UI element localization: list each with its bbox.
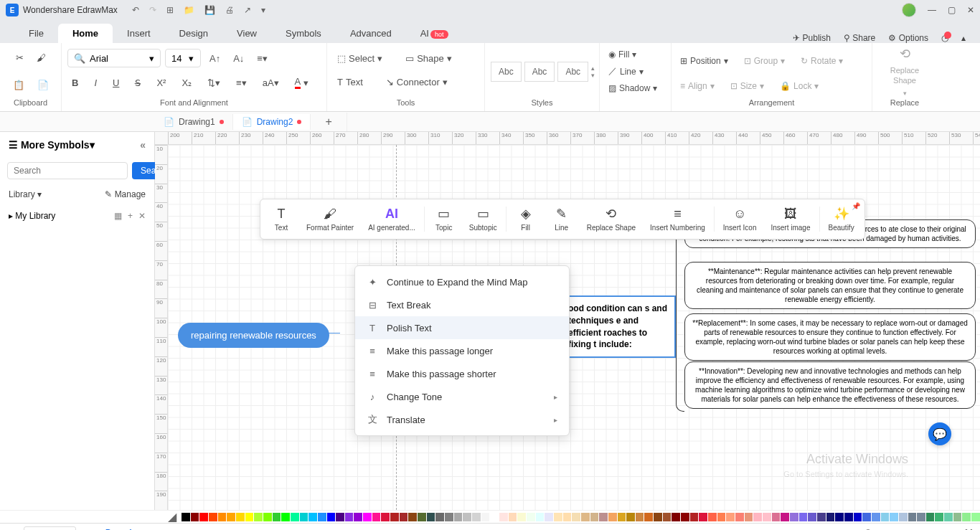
color-swatch[interactable] xyxy=(218,513,227,521)
lock-button[interactable]: 🔒 Lock▾ xyxy=(777,80,821,93)
color-swatch[interactable] xyxy=(545,513,553,521)
my-library-item[interactable]: ▸ My Library xyxy=(9,211,55,221)
color-swatch[interactable] xyxy=(590,513,599,521)
color-swatch[interactable] xyxy=(300,513,308,521)
mindmap-subtopic-box[interactable]: ood condition can s and techniques e and… xyxy=(561,295,676,358)
color-swatch[interactable] xyxy=(308,513,317,521)
color-swatch[interactable] xyxy=(554,513,562,521)
color-swatch[interactable] xyxy=(872,513,880,521)
minimize-icon[interactable]: — xyxy=(928,5,936,15)
linespacing-icon[interactable]: ⇅▾ xyxy=(203,75,225,91)
ft-text[interactable]: TText xyxy=(263,204,299,235)
color-swatch[interactable] xyxy=(644,513,653,521)
tab-ai[interactable]: AIhot xyxy=(406,24,463,43)
color-swatch[interactable] xyxy=(862,513,871,521)
notification-icon[interactable]: ◔ xyxy=(941,33,948,43)
line-button[interactable]: ／ Line▾ xyxy=(606,64,660,79)
increase-font-icon[interactable]: A↑ xyxy=(205,50,225,67)
cm-expand-mindmap[interactable]: ✦Continue to Expand the Mind Map xyxy=(355,270,569,293)
replace-shape-icon[interactable]: ⟲ xyxy=(900,46,910,62)
color-swatch[interactable] xyxy=(935,513,943,521)
color-swatch[interactable] xyxy=(881,513,890,521)
ft-format-painter[interactable]: 🖌Format Painter xyxy=(299,204,361,235)
mylib-close-icon[interactable]: ✕ xyxy=(138,211,146,221)
user-avatar[interactable] xyxy=(902,3,916,17)
open-icon[interactable]: 📁 xyxy=(184,5,194,15)
color-swatch[interactable] xyxy=(199,513,208,521)
color-swatch[interactable] xyxy=(890,513,898,521)
ft-insert-image[interactable]: 🖼Insert image xyxy=(763,204,817,235)
color-swatch[interactable] xyxy=(608,513,617,521)
color-swatch[interactable] xyxy=(790,513,798,521)
mylib-grid-icon[interactable]: ▦ xyxy=(114,211,122,221)
color-swatch[interactable] xyxy=(472,513,481,521)
cm-change-tone[interactable]: ♪Change Tone▸ xyxy=(355,385,569,408)
underline-icon[interactable]: U xyxy=(108,75,123,91)
cm-make-shorter[interactable]: ≡Make this passage shorter xyxy=(355,362,569,385)
color-swatch[interactable] xyxy=(381,513,390,521)
color-swatch[interactable] xyxy=(490,513,499,521)
cut-icon[interactable]: ✂ xyxy=(11,49,28,66)
color-swatch[interactable] xyxy=(390,513,399,521)
color-swatch[interactable] xyxy=(599,513,608,521)
styles-down-icon[interactable]: ▾ xyxy=(591,72,595,79)
tab-design[interactable]: Design xyxy=(165,24,222,43)
color-swatch[interactable] xyxy=(291,513,299,521)
font-size-select[interactable]: 14▾ xyxy=(165,49,201,67)
position-button[interactable]: ⊞ Position▾ xyxy=(677,55,731,67)
subscript-icon[interactable]: X₂ xyxy=(177,75,196,91)
align-icon[interactable]: ≡▾ xyxy=(253,50,272,67)
color-swatch[interactable] xyxy=(581,513,590,521)
tab-home[interactable]: Home xyxy=(58,24,113,43)
page-tab-1[interactable]: Page-1 xyxy=(98,528,141,531)
color-swatch[interactable] xyxy=(626,513,635,521)
color-swatch[interactable] xyxy=(445,513,453,521)
color-swatch[interactable] xyxy=(808,513,816,521)
color-swatch[interactable] xyxy=(408,513,417,521)
ft-insert-icon[interactable]: ☺Insert Icon xyxy=(716,204,764,235)
color-swatch[interactable] xyxy=(854,513,862,521)
tab-file[interactable]: File xyxy=(14,24,58,43)
color-swatch[interactable] xyxy=(726,513,735,521)
style-preset-2[interactable]: Abc xyxy=(524,62,555,82)
color-swatch[interactable] xyxy=(844,513,853,521)
color-swatch[interactable] xyxy=(336,513,344,521)
select-tool[interactable]: ⬚ Select▾ xyxy=(333,50,387,67)
undo-icon[interactable]: ↶ xyxy=(132,5,139,15)
close-icon[interactable]: ✕ xyxy=(967,5,974,15)
size-button[interactable]: ⊡ Size▾ xyxy=(727,80,767,93)
decrease-font-icon[interactable]: A↓ xyxy=(229,50,248,67)
color-swatch[interactable] xyxy=(753,513,762,521)
ft-ai-generated[interactable]: AIAI generated... xyxy=(361,204,423,235)
color-swatch[interactable] xyxy=(962,513,971,521)
color-swatch[interactable] xyxy=(400,513,408,521)
collapse-ribbon-icon[interactable]: ▴ xyxy=(961,33,966,43)
detail-box-4[interactable]: **Innovation**: Developing new and innov… xyxy=(684,361,976,409)
canvas[interactable]: repairing renewable resources ood condit… xyxy=(168,145,980,510)
symbol-search-input[interactable] xyxy=(7,162,128,179)
tab-insert[interactable]: Insert xyxy=(113,24,165,43)
color-swatch[interactable] xyxy=(435,513,444,521)
library-dropdown[interactable]: Library ▾ xyxy=(9,189,42,199)
ft-subtopic[interactable]: ▭Subtopic xyxy=(462,204,504,235)
color-swatch[interactable] xyxy=(572,513,580,521)
collapse-sidebar-icon[interactable]: « xyxy=(140,139,146,151)
doctab-add[interactable]: + xyxy=(311,113,347,131)
mindmap-root-node[interactable]: repairing renewable resources xyxy=(178,323,329,348)
ft-fill[interactable]: ◈Fill xyxy=(508,204,544,235)
font-family-select[interactable]: 🔍 Arial▾ xyxy=(67,49,161,67)
detail-box-2[interactable]: **Maintenance**: Regular maintenance act… xyxy=(684,262,976,309)
color-swatch[interactable] xyxy=(227,513,235,521)
share-button[interactable]: ⚲ Share xyxy=(844,33,875,43)
fill-button[interactable]: ◉ Fill▾ xyxy=(606,48,660,61)
copy-icon[interactable]: 📋 xyxy=(9,77,29,93)
color-swatch[interactable] xyxy=(427,513,435,521)
color-swatch[interactable] xyxy=(772,513,781,521)
color-swatch[interactable] xyxy=(835,513,844,521)
color-swatch[interactable] xyxy=(454,513,463,521)
color-swatch[interactable] xyxy=(209,513,217,521)
detail-box-3[interactable]: **Replacement**: In some cases, it may b… xyxy=(684,313,976,361)
publish-button[interactable]: ✈ Publish xyxy=(793,33,831,43)
cm-polish-text[interactable]: TPolish Text xyxy=(355,316,569,339)
mylib-add-icon[interactable]: + xyxy=(128,211,133,221)
